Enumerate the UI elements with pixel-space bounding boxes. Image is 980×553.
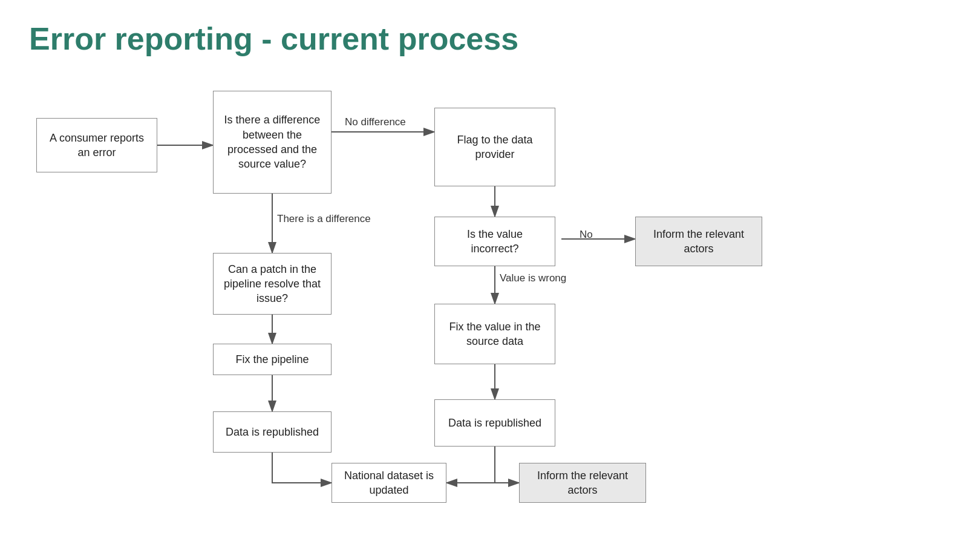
republished-left-box: Data is republished (213, 411, 332, 453)
republished-right-box: Data is republished (434, 399, 555, 447)
fix-source-box: Fix the value in the source data (434, 304, 555, 364)
national-box: National dataset is updated (332, 463, 446, 503)
value-is-wrong-label: Value is wrong (500, 272, 566, 284)
no-label: No (580, 229, 593, 241)
fix-pipeline-box: Fix the pipeline (213, 344, 332, 375)
page-title: Error reporting - current process (0, 0, 980, 68)
diagram-area: A consumer reports an error Is there a d… (0, 79, 980, 553)
incorrect-question-box: Is the value incorrect? (434, 217, 555, 266)
inform2-box: Inform the relevant actors (519, 463, 646, 503)
there-is-difference-label: There is a difference (277, 213, 371, 225)
flag-box: Flag to the data provider (434, 108, 555, 186)
inform1-box: Inform the relevant actors (635, 217, 762, 266)
difference-question-box: Is there a difference between the proces… (213, 91, 332, 194)
consumer-box: A consumer reports an error (36, 118, 157, 172)
no-difference-label: No difference (345, 116, 406, 128)
patch-question-box: Can a patch in the pipeline resolve that… (213, 253, 332, 315)
